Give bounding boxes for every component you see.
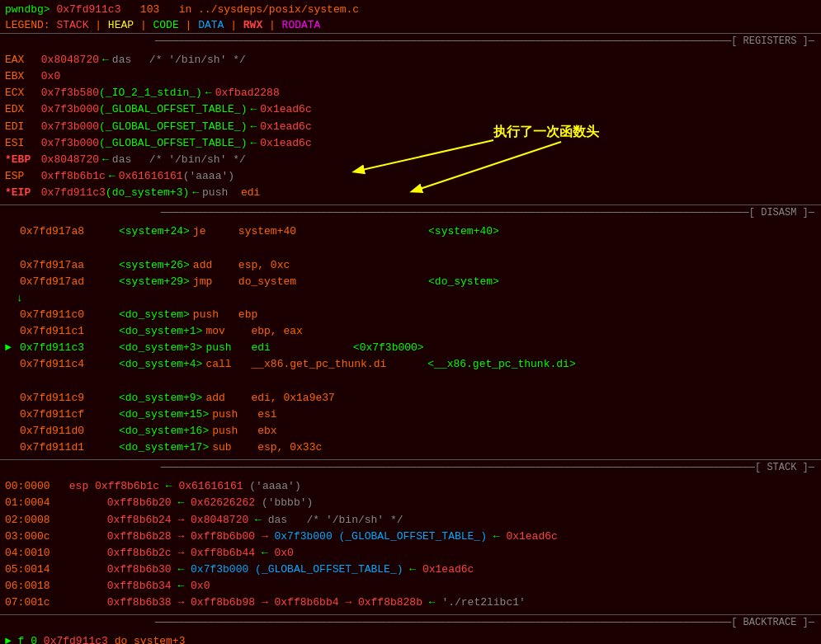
disasm-line-2: 0x7fd917aa <system+26> add esp, 0xc: [5, 257, 816, 274]
backtrace-divider: ────────────────────────────────────────…: [0, 614, 821, 630]
legend-line: LEGEND: STACK | HEAP | CODE | DATA | RWX…: [0, 17, 821, 33]
disasm-blank-1: [5, 240, 816, 256]
prompt-name: pwndbg>: [5, 3, 50, 16]
disasm-line-5: 0x7fd911c1 <do_system+1> mov ebp, eax: [5, 323, 816, 340]
disasm-line-7: 0x7fd911c9 <do_system+9> add edi, 0x1a9e…: [5, 390, 816, 407]
disasm-line-1: 0x7fd917a8 <system+24> je system+40 <sys…: [5, 223, 816, 240]
stack-section: 00:0000 esp 0xff8b6b1c ← 0x61616161 ('aa…: [0, 475, 821, 614]
reg-esi: ESI 0x7f3b000 (_GLOBAL_OFFSET_TABLE_) ← …: [5, 135, 816, 152]
disasm-section: 0x7fd917a8 <system+24> je system+40 <sys…: [0, 220, 821, 459]
reg-esp: ESP 0xff8b6b1c ← 0x61616161 ('aaaa'): [5, 168, 816, 185]
disasm-blank-2: [5, 374, 816, 390]
reg-ebp: *EBP 0x8048720 ← das /* '/bin/sh' */: [5, 152, 816, 168]
reg-ecx: ECX 0x7f3b580 (_IO_2_1_stdin_) ← 0xfbad2…: [5, 85, 816, 101]
disasm-line-9: 0x7fd911d0 <do_system+16> push ebx: [5, 423, 816, 440]
reg-edx: EDX 0x7f3b000 (_GLOBAL_OFFSET_TABLE_) ← …: [5, 101, 816, 118]
disasm-line-4: 0x7fd911c0 <do_system> push ebp: [5, 307, 816, 323]
disasm-downarrow: ↓: [5, 290, 816, 307]
stack-divider: ────────────────────────────────────────…: [0, 459, 821, 475]
bt-row-0: ► f 0 0x7fd911c3 do_system+3: [5, 633, 816, 644]
prompt-top: pwndbg> 0x7fd911c3 103 in ../sysdeps/pos…: [0, 0, 821, 17]
disasm-line-current: ► 0x7fd911c3 <do_system+3> push edi <0x7…: [5, 340, 816, 356]
stack-row-0: 00:0000 esp 0xff8b6b1c ← 0x61616161 ('aa…: [5, 478, 816, 495]
stack-row-3: 03:000c 0xff8b6b28 → 0xff8b6b00 → 0x7f3b…: [5, 529, 816, 545]
reg-edi: EDI 0x7f3b000 (_GLOBAL_OFFSET_TABLE_) ← …: [5, 119, 816, 135]
reg-eip: *EIP 0x7fd911c3 (do_system+3) ← push edi: [5, 185, 816, 201]
reg-ebx: EBX 0x0: [5, 68, 816, 85]
disasm-line-3: 0x7fd917ad <system+29> jmp do_system <do…: [5, 274, 816, 290]
stack-row-7: 07:001c 0xff8b6b38 → 0xff8b6b98 → 0xff8b…: [5, 595, 816, 611]
disasm-divider: ────────────────────────────────────────…: [0, 204, 821, 220]
disasm-line-6: 0x7fd911c4 <do_system+4> call __x86.get_…: [5, 356, 816, 373]
terminal: pwndbg> 0x7fd911c3 103 in ../sysdeps/pos…: [0, 0, 821, 644]
stack-row-2: 02:0008 0xff8b6b24 → 0x8048720 ← das /* …: [5, 512, 816, 529]
top-addr: 0x7fd911c3 103 in ../sysdeps/posix/syste…: [56, 3, 359, 16]
stack-row-1: 01:0004 0xff8b6b20 ← 0x62626262 ('bbbb'): [5, 495, 816, 511]
stack-row-5: 05:0014 0xff8b6b30 ← 0x7f3b000 (_GLOBAL_…: [5, 562, 816, 578]
backtrace-section: ► f 0 0x7fd911c3 do_system+3 f 1 0x62626…: [0, 630, 821, 644]
disasm-line-8: 0x7fd911cf <do_system+15> push esi: [5, 407, 816, 423]
stack-row-4: 04:0010 0xff8b6b2c → 0xff8b6b44 ← 0x0: [5, 545, 816, 562]
stack-row-6: 06:0018 0xff8b6b34 ← 0x0: [5, 578, 816, 595]
disasm-line-10: 0x7fd911d1 <do_system+17> sub esp, 0x33c: [5, 440, 816, 456]
registers-section: EAX 0x8048720 ← das /* '/bin/sh' */ EBX …: [0, 49, 821, 204]
reg-eax: EAX 0x8048720 ← das /* '/bin/sh' */: [5, 52, 816, 68]
registers-divider: ────────────────────────────────────────…: [0, 33, 821, 49]
